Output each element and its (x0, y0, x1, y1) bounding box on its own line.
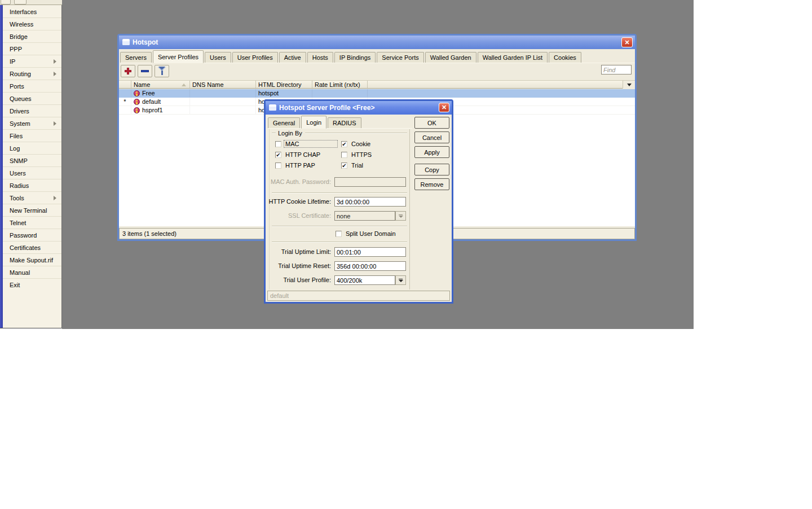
cropped-button[interactable] (1, 0, 11, 5)
column-filler (368, 81, 623, 88)
sidebar-item-log[interactable]: Log (3, 142, 61, 155)
sidebar-item-wireless[interactable]: Wireless (3, 18, 61, 30)
sidebar-item-manual[interactable]: Manual (3, 266, 61, 279)
menu-label: IP (10, 58, 15, 65)
checkbox-box[interactable] (275, 141, 281, 147)
sidebar-item-radius[interactable]: Radius (3, 179, 61, 192)
sidebar-item-tools[interactable]: Tools (3, 192, 61, 204)
cropped-toolbar-strip (0, 0, 62, 5)
menu-label: Password (10, 232, 37, 239)
sidebar-item-password[interactable]: Password (3, 229, 61, 242)
trial-uptime-reset-field[interactable] (334, 261, 406, 271)
sidebar-item-new-terminal[interactable]: New Terminal (3, 204, 61, 217)
checkbox-box[interactable] (275, 163, 281, 169)
chevron-down-icon (399, 216, 403, 218)
dialog-titlebar[interactable]: Hotspot Server Profile <Free> ✕ (266, 101, 452, 115)
column-name[interactable]: Name (131, 81, 190, 88)
column-label: HTML Directory (258, 81, 302, 88)
tab-user-profiles[interactable]: User Profiles (232, 52, 278, 63)
tab-walled-garden-ip-list[interactable]: Walled Garden IP List (478, 52, 548, 63)
column-dns-name[interactable]: DNS Name (190, 81, 256, 88)
column-html-directory[interactable]: HTML Directory (256, 81, 312, 88)
filter-button[interactable] (155, 65, 169, 77)
row-dns (190, 98, 256, 106)
checkbox-box[interactable]: ✔ (341, 163, 347, 169)
menu-label: Telnet (10, 220, 26, 226)
menu-label: Exit (10, 282, 20, 288)
tab-server-profiles[interactable]: Server Profiles (153, 50, 204, 63)
close-icon[interactable]: ✕ (621, 37, 633, 47)
apply-button[interactable]: Apply (414, 146, 449, 158)
close-icon[interactable]: ✕ (439, 103, 449, 112)
tab-active[interactable]: Active (279, 52, 306, 63)
sidebar-item-queues[interactable]: Queues (3, 93, 61, 105)
menu-label: Certificates (10, 244, 41, 251)
add-button[interactable] (121, 65, 135, 77)
checkbox-box[interactable] (336, 231, 342, 237)
sidebar-item-ports[interactable]: Ports (3, 80, 61, 93)
sidebar-item-certificates[interactable]: Certificates (3, 242, 61, 254)
hotspot-window-titlebar[interactable]: Hotspot ✕ (119, 36, 635, 49)
tab-radius[interactable]: RADIUS (328, 117, 361, 128)
sidebar-item-interfaces[interactable]: Interfaces (3, 6, 61, 18)
column-flag[interactable] (119, 81, 131, 88)
field-label: Trial User Profile: (283, 277, 331, 283)
menu-label: New Terminal (10, 207, 47, 214)
column-select-dropdown[interactable] (623, 81, 635, 89)
sidebar-item-ip[interactable]: IP (3, 55, 61, 68)
find-input[interactable] (601, 65, 632, 74)
tab-hosts[interactable]: Hosts (307, 52, 333, 63)
sidebar-item-files[interactable]: Files (3, 130, 61, 142)
checkbox-label: Trial (351, 162, 363, 169)
sidebar-item-ppp[interactable]: PPP (3, 43, 61, 55)
column-rate-limit[interactable]: Rate Limit (rx/tx) (312, 81, 368, 88)
ssl-certificate-field (334, 211, 395, 221)
sidebar-item-snmp[interactable]: SNMP (3, 155, 61, 167)
checkbox-box[interactable]: ✔ (341, 141, 347, 147)
tab-walled-garden[interactable]: Walled Garden (425, 52, 476, 63)
trial-user-profile-row: Trial User Profile: (270, 275, 409, 285)
sidebar-item-bridge[interactable]: Bridge (3, 30, 61, 43)
tab-login[interactable]: Login (301, 116, 326, 129)
sidebar-item-make-supout[interactable]: Make Supout.rif (3, 254, 61, 266)
cropped-button[interactable] (14, 0, 27, 5)
row-dns (190, 89, 256, 97)
cancel-button[interactable]: Cancel (414, 131, 449, 143)
sidebar-item-system[interactable]: System (3, 117, 61, 130)
tab-cookies[interactable]: Cookies (549, 52, 581, 63)
trial-user-profile-dropdown[interactable] (395, 275, 406, 285)
sidebar-item-users[interactable]: Users (3, 167, 61, 179)
sidebar-item-drivers[interactable]: Drivers (3, 105, 61, 117)
http-cookie-lifetime-field[interactable] (334, 197, 406, 207)
trial-user-profile-field[interactable] (334, 275, 395, 285)
sidebar-item-routing[interactable]: Routing (3, 68, 61, 80)
remove-button[interactable] (138, 65, 152, 77)
tab-service-ports[interactable]: Service Ports (377, 52, 423, 63)
menu-label: Users (10, 170, 26, 177)
login-tab-content: Login By MAC ✔ Cookie ✔ HTTP CHAP HT (269, 129, 410, 289)
chevron-down-icon (399, 280, 403, 282)
row-dns (190, 106, 256, 114)
dialog-tabstrip: General Login RADIUS (268, 115, 412, 129)
sidebar-item-telnet[interactable]: Telnet (3, 217, 61, 229)
row-name-label: hsprof1 (142, 107, 163, 113)
trial-uptime-limit-field[interactable] (334, 247, 406, 257)
field-label: HTTP Cookie Lifetime: (269, 198, 331, 205)
sidebar-item-exit[interactable]: Exit (3, 279, 61, 291)
copy-button[interactable]: Copy (414, 164, 449, 175)
checkbox-label: Split User Domain (346, 230, 396, 237)
menu-label: Manual (10, 269, 30, 276)
menu-label: System (10, 120, 30, 127)
tab-general[interactable]: General (268, 117, 300, 128)
separator (272, 192, 407, 194)
tab-servers[interactable]: Servers (120, 52, 152, 63)
ok-button[interactable]: OK (414, 117, 449, 129)
checkbox-box[interactable]: ✔ (275, 152, 281, 158)
table-row-free[interactable]: Free hotspot (119, 89, 635, 98)
tab-users[interactable]: Users (205, 52, 231, 63)
dialog-status-bar: default (267, 291, 450, 301)
tab-ip-bindings[interactable]: IP Bindings (334, 52, 376, 63)
submenu-arrow-icon (54, 59, 56, 64)
remove-button[interactable]: Remove (414, 178, 449, 190)
checkbox-box[interactable] (341, 152, 347, 158)
